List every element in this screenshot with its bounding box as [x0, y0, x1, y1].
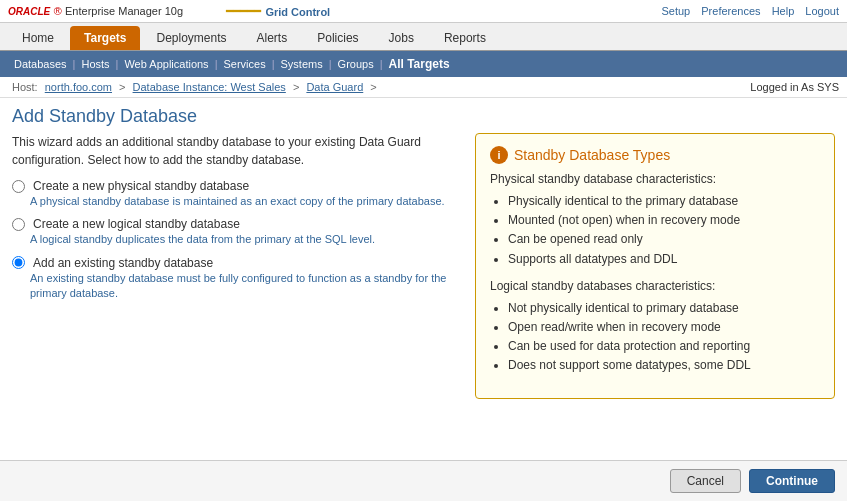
- info-panel-title-text: Standby Database Types: [514, 147, 670, 163]
- host-label: Host:: [12, 81, 38, 93]
- option-existing-radio[interactable]: [12, 256, 25, 269]
- preferences-link[interactable]: Preferences: [701, 5, 760, 17]
- option-physical-radio[interactable]: [12, 180, 25, 193]
- sub-nav-item-systems[interactable]: Systems: [275, 56, 329, 72]
- footer: Cancel Continue: [0, 460, 847, 501]
- physical-bullet-list: Physically identical to the primary data…: [508, 192, 820, 269]
- info-panel-title: i Standby Database Types: [490, 146, 820, 164]
- logical-bullet-item: Can be used for data protection and repo…: [508, 337, 820, 356]
- physical-section-title: Physical standby database characteristic…: [490, 172, 820, 186]
- breadcrumb: Host: north.foo.com > Database Instance:…: [8, 81, 381, 93]
- physical-bullet-item: Supports all datatypes and DDL: [508, 250, 820, 269]
- app-header: ORACLE ® Enterprise Manager 10g ━━━━━ Gr…: [0, 0, 847, 23]
- sub-nav-item-groups[interactable]: Groups: [332, 56, 380, 72]
- sub-nav-item-all-targets[interactable]: All Targets: [383, 55, 456, 73]
- sub-nav-item-services[interactable]: Services: [217, 56, 271, 72]
- sep3: >: [370, 81, 376, 93]
- physical-bullet-item: Mounted (not open) when in recovery mode: [508, 211, 820, 230]
- option-existing-label[interactable]: Add an existing standby database: [12, 256, 463, 270]
- physical-bullet-item: Can be opened read only: [508, 230, 820, 249]
- top-nav-tab-alerts[interactable]: Alerts: [243, 26, 302, 50]
- header-links: Setup Preferences Help Logout: [653, 5, 839, 17]
- top-nav-tab-home[interactable]: Home: [8, 26, 68, 50]
- continue-button[interactable]: Continue: [749, 469, 835, 493]
- top-nav-tab-deployments[interactable]: Deployments: [142, 26, 240, 50]
- sub-nav-item-databases[interactable]: Databases: [8, 56, 73, 72]
- option-logical-radio[interactable]: [12, 218, 25, 231]
- info-icon: i: [490, 146, 508, 164]
- physical-bullet-item: Physically identical to the primary data…: [508, 192, 820, 211]
- sep2: >: [293, 81, 302, 93]
- page-title: Add Standby Database: [0, 98, 847, 133]
- cancel-button[interactable]: Cancel: [670, 469, 741, 493]
- top-nav-tab-targets[interactable]: Targets: [70, 26, 140, 50]
- top-nav-tab-jobs[interactable]: Jobs: [375, 26, 428, 50]
- option-logical-hint: A logical standby duplicates the data fr…: [30, 232, 463, 247]
- logout-link[interactable]: Logout: [805, 5, 839, 17]
- breadcrumb-bar: Host: north.foo.com > Database Instance:…: [0, 77, 847, 98]
- option-logical-label[interactable]: Create a new logical standby database: [12, 217, 463, 231]
- host-link[interactable]: north.foo.com: [45, 81, 112, 93]
- logical-section-title: Logical standby databases characteristic…: [490, 279, 820, 293]
- main-content: This wizard adds an additional standby d…: [0, 133, 847, 407]
- option-logical: Create a new logical standby database A …: [12, 217, 463, 247]
- option-physical: Create a new physical standby database A…: [12, 179, 463, 209]
- logged-in-status: Logged in As SYS: [750, 81, 839, 93]
- sub-nav-item-hosts[interactable]: Hosts: [75, 56, 115, 72]
- setup-link[interactable]: Setup: [661, 5, 690, 17]
- option-existing-text: Add an existing standby database: [33, 256, 213, 270]
- option-existing-hint: An existing standby database must be ful…: [30, 271, 463, 302]
- em-title: Enterprise Manager 10g: [65, 5, 183, 17]
- sub-nav-item-web-applications[interactable]: Web Applications: [118, 56, 214, 72]
- logical-bullet-list: Not physically identical to primary data…: [508, 299, 820, 376]
- top-nav-tab-reports[interactable]: Reports: [430, 26, 500, 50]
- option-logical-text: Create a new logical standby database: [33, 217, 240, 231]
- dg-link[interactable]: Data Guard: [306, 81, 363, 93]
- grid-control-label: Grid Control: [265, 6, 330, 18]
- option-existing: Add an existing standby database An exis…: [12, 256, 463, 302]
- sub-navigation: Databases | Hosts | Web Applications | S…: [0, 51, 847, 77]
- top-nav-tab-policies[interactable]: Policies: [303, 26, 372, 50]
- logical-bullet-item: Does not support some datatypes, some DD…: [508, 356, 820, 375]
- option-physical-label[interactable]: Create a new physical standby database: [12, 179, 463, 193]
- intro-text: This wizard adds an additional standby d…: [12, 133, 463, 169]
- sep1: >: [119, 81, 128, 93]
- help-link[interactable]: Help: [772, 5, 795, 17]
- left-panel: This wizard adds an additional standby d…: [12, 133, 463, 399]
- option-physical-text: Create a new physical standby database: [33, 179, 249, 193]
- option-physical-hint: A physical standby database is maintaine…: [30, 194, 463, 209]
- logical-bullet-item: Open read/write when in recovery mode: [508, 318, 820, 337]
- logo-area: ORACLE ® Enterprise Manager 10g ━━━━━ Gr…: [8, 4, 330, 18]
- top-navigation: HomeTargetsDeploymentsAlertsPoliciesJobs…: [0, 23, 847, 51]
- info-panel: i Standby Database Types Physical standb…: [475, 133, 835, 399]
- db-link[interactable]: Database Instance: West Sales: [133, 81, 286, 93]
- logical-bullet-item: Not physically identical to primary data…: [508, 299, 820, 318]
- oracle-logo: ORACLE: [8, 6, 50, 17]
